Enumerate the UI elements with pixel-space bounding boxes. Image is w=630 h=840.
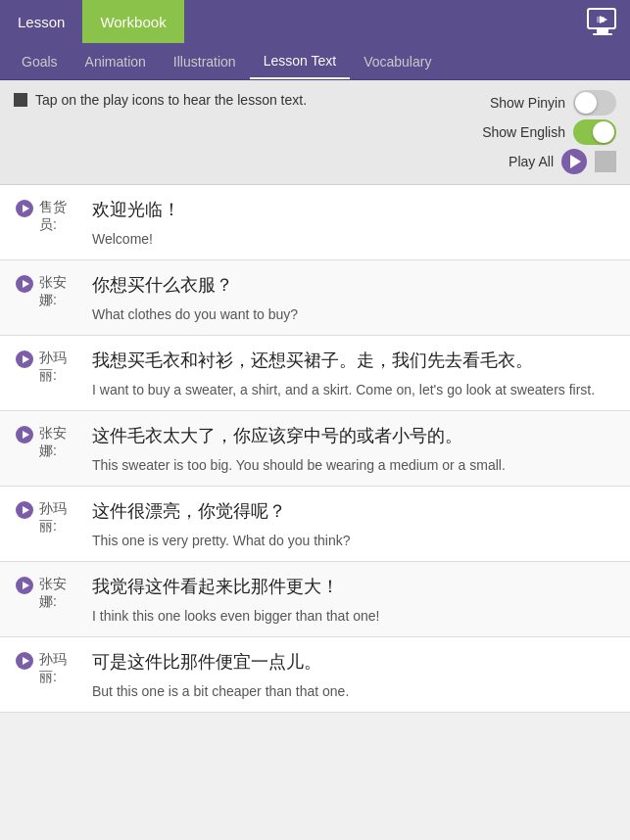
speaker-col: 张安娜:: [0, 562, 88, 636]
text-col: 这件毛衣太大了，你应该穿中号的或者小号的。This sweater is too…: [88, 411, 630, 486]
svg-rect-1: [597, 28, 608, 33]
nav-lesson-text[interactable]: Lesson Text: [250, 43, 350, 79]
text-col: 欢迎光临！Welcome!: [88, 185, 630, 259]
text-col: 我觉得这件看起来比那件更大！I think this one looks eve…: [88, 562, 630, 636]
speaker-play-button[interactable]: [16, 501, 33, 519]
tab-workbook[interactable]: Workbook: [82, 0, 183, 43]
speaker-play-button[interactable]: [16, 275, 33, 293]
speaker-play-button[interactable]: [16, 200, 33, 217]
speaker-name: 张安娜:: [39, 274, 78, 309]
english-toggle[interactable]: [573, 119, 616, 145]
monitor-icon-container: [575, 0, 630, 43]
text-col: 我想买毛衣和衬衫，还想买裙子。走，我们先去看毛衣。I want to buy a…: [88, 336, 630, 410]
speaker-name: 售货员:: [39, 199, 78, 234]
table-row: 张安娜:我觉得这件看起来比那件更大！I think this one looks…: [0, 562, 630, 637]
speaker-col: 张安娜:: [0, 260, 88, 335]
show-pinyin-row: Show Pinyin: [490, 90, 616, 116]
instruction-label: Tap on the play icons to hear the lesson…: [35, 92, 307, 108]
secondary-nav: Goals Animation Illustration Lesson Text…: [0, 43, 630, 80]
table-row: 孙玛丽:可是这件比那件便宜一点儿。But this one is a bit c…: [0, 637, 630, 713]
speaker-play-button[interactable]: [16, 652, 33, 670]
instruction-icon: [14, 93, 27, 107]
instruction-text: Tap on the play icons to hear the lesson…: [14, 90, 472, 108]
speaker-play-button[interactable]: [16, 350, 33, 368]
table-row: 孙玛丽:这件很漂亮，你觉得呢？This one is very pretty. …: [0, 487, 630, 562]
speaker-name: 张安娜:: [39, 425, 78, 460]
speaker-name: 孙玛丽:: [39, 350, 78, 385]
speaker-name: 张安娜:: [39, 576, 78, 611]
monitor-icon: [587, 8, 618, 35]
top-tab-bar: Lesson Workbook: [0, 0, 630, 43]
nav-vocabulary[interactable]: Vocabulary: [350, 43, 445, 79]
table-row: 孙玛丽:我想买毛衣和衬衫，还想买裙子。走，我们先去看毛衣。I want to b…: [0, 336, 630, 411]
chinese-text: 我觉得这件看起来比那件更大！: [92, 574, 614, 600]
play-all-button[interactable]: [561, 149, 587, 174]
english-text: But this one is a bit cheaper than that …: [92, 681, 614, 702]
controls-right: Show Pinyin Show English Play All: [482, 90, 616, 174]
show-pinyin-label: Show Pinyin: [490, 95, 565, 111]
nav-illustration[interactable]: Illustration: [160, 43, 250, 79]
text-col: 你想买什么衣服？What clothes do you want to buy?: [88, 260, 630, 335]
chinese-text: 这件毛衣太大了，你应该穿中号的或者小号的。: [92, 423, 614, 449]
chinese-text: 我想买毛衣和衬衫，还想买裙子。走，我们先去看毛衣。: [92, 348, 614, 374]
play-all-row: Play All: [509, 149, 616, 174]
speaker-col: 售货员:: [0, 185, 88, 259]
speaker-name: 孙玛丽:: [39, 651, 78, 686]
text-col: 这件很漂亮，你觉得呢？This one is very pretty. What…: [88, 487, 630, 561]
speaker-col: 孙玛丽:: [0, 336, 88, 410]
stop-all-button[interactable]: [595, 151, 616, 172]
svg-rect-2: [593, 33, 612, 35]
show-english-row: Show English: [482, 119, 616, 145]
english-text: I think this one looks even bigger than …: [92, 606, 614, 627]
english-text: I want to buy a sweater, a shirt, and a …: [92, 380, 614, 400]
lesson-content: 售货员:欢迎光临！Welcome!张安娜:你想买什么衣服？What clothe…: [0, 185, 630, 713]
speaker-name: 孙玛丽:: [39, 500, 78, 536]
pinyin-toggle-knob: [575, 92, 597, 114]
english-text: This one is very pretty. What do you thi…: [92, 531, 614, 551]
nav-animation[interactable]: Animation: [72, 43, 160, 79]
chinese-text: 你想买什么衣服？: [92, 272, 614, 299]
speaker-play-button[interactable]: [16, 426, 33, 443]
play-all-label: Play All: [509, 154, 554, 169]
tab-lesson[interactable]: Lesson: [0, 0, 82, 43]
speaker-col: 张安娜:: [0, 411, 88, 486]
chinese-text: 可是这件比那件便宜一点儿。: [92, 649, 614, 676]
english-toggle-knob: [593, 121, 614, 143]
speaker-col: 孙玛丽:: [0, 487, 88, 561]
controls-row: Tap on the play icons to hear the lesson…: [0, 80, 630, 185]
english-text: What clothes do you want to buy?: [92, 304, 614, 325]
english-text: This sweater is too big. You should be w…: [92, 455, 614, 476]
speaker-col: 孙玛丽:: [0, 637, 88, 712]
chinese-text: 这件很漂亮，你觉得呢？: [92, 498, 614, 525]
table-row: 张安娜:你想买什么衣服？What clothes do you want to …: [0, 260, 630, 336]
text-col: 可是这件比那件便宜一点儿。But this one is a bit cheap…: [88, 637, 630, 712]
english-text: Welcome!: [92, 229, 614, 250]
show-english-label: Show English: [482, 124, 565, 140]
nav-goals[interactable]: Goals: [8, 43, 72, 79]
chinese-text: 欢迎光临！: [92, 197, 614, 223]
pinyin-toggle[interactable]: [573, 90, 616, 116]
table-row: 售货员:欢迎光临！Welcome!: [0, 185, 630, 260]
speaker-play-button[interactable]: [16, 577, 33, 594]
table-row: 张安娜:这件毛衣太大了，你应该穿中号的或者小号的。This sweater is…: [0, 411, 630, 487]
